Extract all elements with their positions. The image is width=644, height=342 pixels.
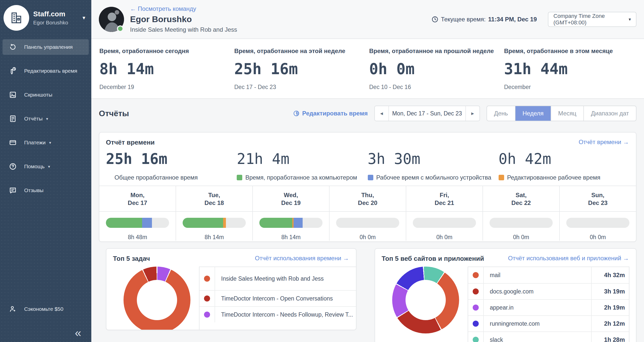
brand[interactable]: Staff.com Egor Borushko ▾ (0, 0, 91, 33)
online-status-dot (117, 25, 124, 32)
arrow-right-icon: → (623, 139, 629, 145)
summary-mobile: 3h 30m Рабочее время с мобильного устрой… (368, 147, 499, 186)
view-day-button[interactable]: День (487, 106, 515, 121)
sidebar-item-save-50[interactable]: Сэкономьте $50 (3, 301, 89, 317)
sidebar-item-reports[interactable]: Отчёты ▾ (3, 111, 89, 126)
stat-value: 31h 44m (504, 60, 634, 78)
day-column-wed[interactable]: Wed,Dec 19 8h 14m (252, 186, 329, 241)
websites-table: mail 4h 32m docs.google.com 3h 19m appea… (468, 267, 629, 342)
stat-value: 8h 14m (99, 60, 229, 78)
screenshot-icon (8, 90, 18, 100)
summary-value: 21h 4m (237, 150, 368, 167)
prev-week-button[interactable]: ◂ (375, 106, 389, 121)
table-row[interactable]: appear.in 2h 19m (468, 299, 629, 315)
link-label: Отчёт использования веб и приложений (508, 255, 621, 262)
next-week-button[interactable]: ▸ (465, 106, 479, 121)
table-row[interactable]: TimeDoctor Intercom - Needs Followup, Re… (199, 306, 356, 322)
stat-label: Время, отработанное сегодня (99, 48, 229, 55)
sidebar-item-feedback[interactable]: Отзывы (3, 183, 89, 198)
stat-period: December 19 (99, 84, 229, 91)
day-total: 0h 0m (336, 234, 399, 241)
table-row[interactable]: docs.google.com 3h 19m (468, 283, 629, 299)
stat-label: Время, отработанное на этой неделе (234, 48, 364, 55)
arrow-right-icon: → (343, 255, 349, 262)
sidebar-item-label: Скриншоты (24, 92, 52, 98)
day-column-thu[interactable]: Thu,Dec 20 0h 0m (329, 186, 406, 241)
sidebar-item-label: Платежи (24, 140, 46, 146)
timezone-value: Company Time Zone (GMT+08:00) (553, 13, 629, 26)
current-time-label: Текущее время: (441, 16, 486, 23)
sidebar-item-edit-time[interactable]: Редактировать время (3, 63, 89, 79)
summary-value: 0h 42m (499, 150, 629, 167)
day-column-tue[interactable]: Tue,Dec 18 8h 14m (176, 186, 252, 241)
day-column-sun[interactable]: Sun,Dec 23 0h 0m (559, 186, 636, 241)
summary-total: 25h 16m Общее проработанное время (106, 147, 237, 186)
timezone-select[interactable]: Company Time Zone (GMT+08:00) ▾ (548, 12, 636, 27)
day-total: 8h 14m (183, 234, 246, 241)
table-row[interactable]: runningremote.com 2h 12m (468, 315, 629, 331)
sidebar-item-label: Помощь (24, 163, 45, 169)
view-toggle: День Неделя Месяц Диапазон дат (487, 106, 636, 121)
legend-square (499, 175, 504, 180)
site-name: appear.in (484, 300, 591, 315)
time-use-report-link[interactable]: Отчёт использования времени → (255, 255, 349, 262)
day-column-mon[interactable]: Mon,Dec 17 8h 48m (99, 186, 176, 241)
day-bar (106, 218, 169, 228)
stat-today: Время, отработанное сегодня 8h 14m Decem… (99, 48, 234, 98)
series-dot (204, 312, 210, 318)
series-dot (204, 276, 210, 282)
current-time: Текущее время: 11:34 PM, Dec 19 (431, 16, 537, 23)
time-report-card: Отчёт времени Отчёт времени → 25h 16m Об… (99, 132, 636, 242)
day-column-sat[interactable]: Sat,Dec 22 0h 0m (482, 186, 559, 241)
task-name: TimeDoctor Intercom - Open Conversations (215, 291, 356, 306)
sidebar-item-help[interactable]: Помощь ▾ (3, 159, 89, 174)
arrow-right-icon: → (623, 255, 629, 262)
top-websites-card: Топ 5 веб сайтов и приложений Отчёт испо… (375, 248, 636, 342)
day-column-fri[interactable]: Fri,Dec 21 0h 0m (406, 186, 482, 241)
sidebar-item-payments[interactable]: Платежи ▾ (3, 135, 89, 150)
edit-time-link[interactable]: Редактировать время (293, 110, 368, 117)
chevron-down-icon: ▾ (629, 17, 631, 22)
week-table: Mon,Dec 17 8h 48m Tue,Dec 18 8h 14m Wed,… (99, 186, 636, 241)
view-range-button[interactable]: Диапазон дат (583, 106, 636, 121)
sidebar-item-dashboard[interactable]: Панель управления (3, 39, 89, 55)
chevron-down-icon: ▾ (46, 116, 48, 121)
view-week-button[interactable]: Неделя (515, 106, 551, 121)
day-bar (183, 218, 246, 228)
table-row[interactable]: mail 4h 32m (468, 267, 629, 283)
day-bar (336, 218, 399, 228)
view-team-link[interactable]: ← Посмотреть команду (130, 5, 237, 12)
site-name: slack (484, 332, 591, 342)
chevron-down-icon[interactable]: ▾ (81, 13, 87, 23)
stat-label: Время, отработанное на прошлой неделе (369, 48, 499, 55)
site-time: 2h 12m (591, 316, 629, 331)
stat-this-month: Время, отработанное в этом месяце 31h 44… (504, 48, 639, 98)
tasks-table: Inside Sales Meeting with Rob and Jess 2… (199, 267, 356, 330)
summary-value: 3h 30m (368, 150, 499, 167)
series-dot (473, 305, 479, 311)
user-name: Egor Borushko (130, 14, 237, 24)
card-title: Отчёт времени (106, 139, 155, 146)
table-row[interactable]: slack 1h 28m (468, 331, 629, 342)
day-bar (413, 218, 476, 228)
brand-subtitle: Egor Borushko (33, 20, 68, 26)
collapse-sidebar-icon[interactable]: « (75, 327, 81, 338)
table-row[interactable]: Inside Sales Meeting with Rob and Jess 2… (199, 267, 356, 290)
card-title: Топ 5 задач (113, 255, 150, 263)
day-total: 0h 0m (490, 234, 553, 241)
sidebar-item-screenshots[interactable]: Скриншоты (3, 87, 89, 103)
web-app-report-link[interactable]: Отчёт использования веб и приложений → (508, 255, 629, 262)
chevron-down-icon: ▾ (49, 140, 51, 145)
table-row[interactable]: TimeDoctor Intercom - Open Conversations… (199, 290, 356, 306)
avatar[interactable] (99, 7, 124, 32)
task-name: TimeDoctor Intercom - Needs Followup, Re… (215, 307, 356, 322)
site-time: 4h 32m (591, 267, 629, 283)
view-month-button[interactable]: Месяц (551, 106, 583, 121)
time-report-link[interactable]: Отчёт времени → (579, 139, 629, 146)
summary-value: 25h 16m (106, 150, 237, 167)
stat-last-week: Время, отработанное на прошлой неделе 0h… (369, 48, 504, 98)
summary-label: Общее проработанное время (114, 174, 198, 181)
link-label: Отчёт времени (579, 139, 621, 145)
date-range-label[interactable]: Mon, Dec 17 - Sun, Dec 23 (389, 106, 465, 121)
edit-time-label: Редактировать время (302, 110, 368, 117)
